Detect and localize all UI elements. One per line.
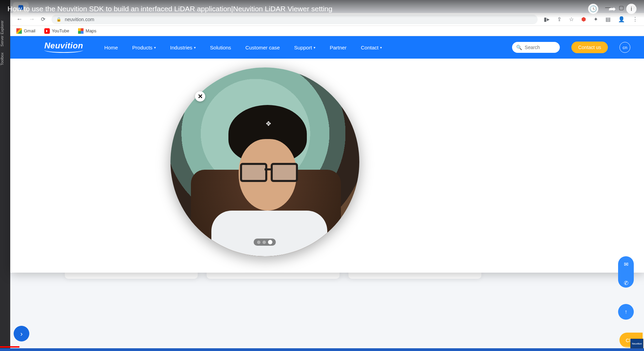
- vs-tab-server-explorer[interactable]: Server Explorer: [0, 20, 10, 46]
- scroll-top-button[interactable]: ↑: [618, 304, 634, 320]
- bookmark-label: YouTube: [52, 28, 69, 33]
- nav-partner[interactable]: Partner: [330, 45, 346, 50]
- video-progress-bar[interactable]: [0, 346, 644, 348]
- webcam-close-button[interactable]: ✕: [195, 91, 205, 102]
- watch-later-icon[interactable]: 🕓: [588, 4, 598, 14]
- website-header: Neuvition Home Products Industries Solut…: [10, 36, 644, 59]
- nav-industries[interactable]: Industries: [170, 45, 196, 50]
- webcam-pager[interactable]: [254, 239, 276, 246]
- visual-studio-side-rail: Server Explorer Toolbox: [0, 0, 10, 351]
- language-toggle[interactable]: cn: [619, 42, 630, 53]
- main-nav: Home Products Industries Solutions Custo…: [104, 45, 382, 50]
- bookmark-label: Maps: [86, 28, 96, 33]
- bookmarks-bar: Gmail YouTube Maps: [10, 26, 644, 36]
- bookmark-gmail[interactable]: Gmail: [16, 28, 35, 34]
- move-cursor-icon: ✥: [266, 120, 271, 127]
- site-search[interactable]: 🔍: [512, 42, 560, 53]
- video-title: How to use the Neuvition SDK to build an…: [8, 5, 332, 13]
- video-title-overlay: How to use the Neuvition SDK to build an…: [0, 0, 644, 18]
- site-logo[interactable]: Neuvition: [44, 42, 83, 53]
- maps-icon: [78, 28, 84, 34]
- nav-customer-case[interactable]: Customer case: [245, 45, 280, 50]
- bookmark-maps[interactable]: Maps: [78, 28, 96, 34]
- search-icon: 🔍: [516, 45, 522, 50]
- chevron-right-icon: ›: [20, 330, 23, 338]
- arrow-up-icon: ↑: [625, 309, 627, 315]
- taskbar-thumbnail[interactable]: Neuvition: [630, 339, 643, 348]
- nav-solutions[interactable]: Solutions: [210, 45, 231, 50]
- search-input[interactable]: [525, 45, 552, 50]
- close-icon: ✕: [198, 93, 203, 100]
- windows-taskbar[interactable]: [0, 348, 644, 351]
- nav-contact[interactable]: Contact: [361, 45, 382, 50]
- vs-tab-toolbox[interactable]: Toolbox: [0, 52, 10, 65]
- progress-played: [0, 346, 19, 348]
- bookmark-youtube[interactable]: YouTube: [44, 28, 69, 34]
- share-arrow-icon[interactable]: ➦: [607, 4, 617, 14]
- youtube-icon: [44, 28, 50, 34]
- gmail-icon: [16, 28, 22, 34]
- player-next-button[interactable]: ›: [14, 326, 29, 341]
- mail-icon: ✉: [624, 261, 628, 268]
- nav-products[interactable]: Products: [132, 45, 156, 50]
- nav-home[interactable]: Home: [104, 45, 118, 50]
- bookmark-label: Gmail: [24, 28, 35, 33]
- nav-support[interactable]: Support: [294, 45, 316, 50]
- phone-icon: ✆: [624, 280, 628, 286]
- contact-us-button[interactable]: Contact us: [571, 42, 608, 53]
- info-icon[interactable]: i: [626, 4, 636, 14]
- contact-fab[interactable]: ✉ ✆: [618, 256, 634, 288]
